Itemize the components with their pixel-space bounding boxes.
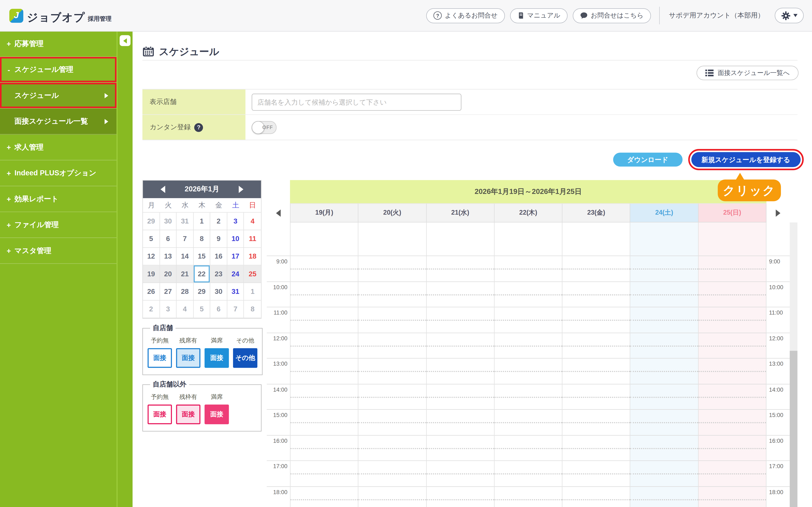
mini-calendar-day[interactable]: 17: [227, 248, 244, 265]
next-month-icon[interactable]: [239, 186, 243, 193]
manual-button[interactable]: マニュアル: [510, 8, 567, 23]
prev-month-icon[interactable]: [160, 186, 165, 193]
schedule-slot[interactable]: [494, 435, 562, 460]
schedule-slot[interactable]: [494, 256, 562, 281]
schedule-slot[interactable]: [562, 256, 630, 281]
schedule-slot[interactable]: [358, 332, 426, 358]
schedule-slot[interactable]: [358, 486, 426, 507]
schedule-slot[interactable]: [426, 486, 494, 507]
mini-calendar-day[interactable]: 26: [143, 283, 160, 300]
schedule-slot[interactable]: [699, 256, 766, 281]
mini-calendar-day[interactable]: 18: [244, 248, 261, 265]
schedule-slot[interactable]: [426, 409, 494, 435]
sidebar-item-file-management[interactable]: + ファイル管理: [0, 212, 116, 238]
mini-calendar-day[interactable]: 19: [143, 265, 160, 283]
schedule-slot[interactable]: [630, 281, 698, 307]
sidebar-collapse-button[interactable]: [120, 35, 131, 46]
sidebar-item-master-management[interactable]: + マスタ管理: [0, 238, 116, 264]
mini-calendar-day[interactable]: 21: [176, 265, 194, 283]
schedule-slot[interactable]: [291, 409, 358, 435]
download-button[interactable]: ダウンロード: [613, 153, 682, 166]
schedule-slot[interactable]: [358, 384, 426, 409]
schedule-slot[interactable]: [699, 332, 766, 358]
mini-calendar-day[interactable]: 6: [210, 300, 227, 318]
schedule-slot[interactable]: [426, 281, 494, 307]
help-icon[interactable]: ?: [194, 123, 203, 132]
mini-calendar-day[interactable]: 1: [244, 283, 261, 300]
schedule-slot[interactable]: [494, 281, 562, 307]
schedule-slot[interactable]: [630, 460, 698, 486]
mini-calendar-day[interactable]: 12: [143, 248, 160, 265]
mini-calendar-day[interactable]: 8: [244, 300, 261, 318]
mini-calendar-day[interactable]: 5: [194, 300, 210, 318]
mini-calendar-day[interactable]: 31: [227, 283, 244, 300]
schedule-slot[interactable]: [426, 256, 494, 281]
settings-menu-button[interactable]: [775, 8, 804, 23]
next-week-icon[interactable]: [776, 209, 780, 217]
schedule-slot[interactable]: [426, 460, 494, 486]
schedule-slot[interactable]: [494, 460, 562, 486]
schedule-slot[interactable]: [562, 460, 630, 486]
store-search-input[interactable]: [252, 93, 461, 110]
mini-calendar-day[interactable]: 11: [244, 230, 261, 248]
schedule-slot[interactable]: [291, 281, 358, 307]
schedule-slot[interactable]: [291, 384, 358, 409]
schedule-slot[interactable]: [494, 486, 562, 507]
schedule-slot[interactable]: [699, 409, 766, 435]
schedule-slot[interactable]: [494, 384, 562, 409]
mini-calendar-day[interactable]: 27: [160, 283, 177, 300]
schedule-slot[interactable]: [699, 281, 766, 307]
sidebar-item-job-management[interactable]: + 求人管理: [0, 134, 116, 160]
schedule-slot[interactable]: [494, 409, 562, 435]
mini-calendar-day[interactable]: 25: [244, 265, 261, 283]
schedule-slot[interactable]: [699, 486, 766, 507]
sidebar-item-schedule[interactable]: スケジュール: [0, 83, 116, 109]
schedule-slot[interactable]: [291, 435, 358, 460]
schedule-slot[interactable]: [291, 256, 358, 281]
mini-calendar-day[interactable]: 6: [160, 230, 177, 248]
schedule-slot[interactable]: [630, 307, 698, 332]
mini-calendar-day[interactable]: 24: [227, 265, 244, 283]
mini-calendar-day[interactable]: 10: [227, 230, 244, 248]
mini-calendar-day[interactable]: 22: [194, 265, 210, 283]
sidebar-item-interview-schedule-list[interactable]: 面接スケジュール一覧: [0, 109, 116, 134]
mini-calendar-day[interactable]: 2: [210, 213, 227, 230]
mini-calendar-day[interactable]: 3: [227, 213, 244, 230]
mini-calendar-day[interactable]: 31: [176, 213, 194, 230]
sidebar-item-reports[interactable]: + 効果レポート: [0, 186, 116, 212]
schedule-slot[interactable]: [699, 358, 766, 384]
schedule-slot[interactable]: [358, 358, 426, 384]
schedule-slot[interactable]: [426, 332, 494, 358]
schedule-slot[interactable]: [358, 460, 426, 486]
schedule-slot[interactable]: [630, 435, 698, 460]
sidebar-item-schedule-management[interactable]: - スケジュール管理: [0, 57, 116, 82]
mini-calendar-day[interactable]: 7: [176, 230, 194, 248]
schedule-slot[interactable]: [630, 358, 698, 384]
schedule-slot[interactable]: [291, 358, 358, 384]
mini-calendar-day[interactable]: 20: [160, 265, 177, 283]
schedule-slot[interactable]: [358, 409, 426, 435]
schedule-slot[interactable]: [291, 307, 358, 332]
schedule-slot[interactable]: [291, 332, 358, 358]
mini-calendar-day[interactable]: 8: [194, 230, 210, 248]
schedule-slot[interactable]: [494, 332, 562, 358]
schedule-slot[interactable]: [426, 307, 494, 332]
scrollbar-track[interactable]: [790, 222, 798, 507]
schedule-slot[interactable]: [358, 307, 426, 332]
sidebar-item-indeed-plus[interactable]: + Indeed PLUSオプション: [0, 160, 116, 186]
schedule-slot[interactable]: [562, 486, 630, 507]
interview-schedule-list-link[interactable]: 面接スケジュール一覧へ: [696, 66, 799, 80]
mini-calendar-day[interactable]: 28: [176, 283, 194, 300]
sidebar-item-applications[interactable]: + 応募管理: [0, 31, 116, 57]
scrollbar-thumb[interactable]: [790, 350, 798, 507]
schedule-slot[interactable]: [494, 358, 562, 384]
schedule-slot[interactable]: [630, 332, 698, 358]
schedule-slot[interactable]: [358, 435, 426, 460]
mini-calendar-day[interactable]: 4: [176, 300, 194, 318]
schedule-slot[interactable]: [562, 384, 630, 409]
mini-calendar-day[interactable]: 23: [210, 265, 227, 283]
mini-calendar-day[interactable]: 29: [194, 283, 210, 300]
schedule-slot[interactable]: [630, 409, 698, 435]
schedule-slot[interactable]: [291, 460, 358, 486]
schedule-slot[interactable]: [630, 384, 698, 409]
